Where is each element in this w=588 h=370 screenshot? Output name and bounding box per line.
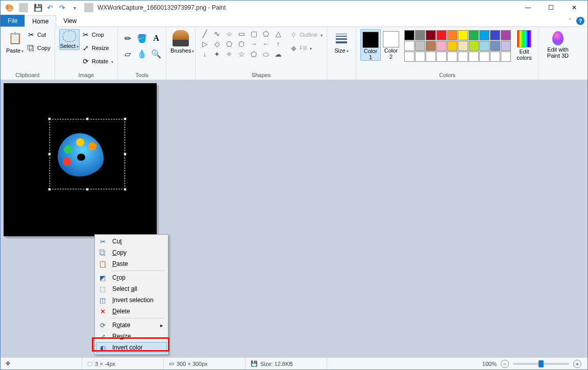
text-tool[interactable]: A bbox=[151, 31, 162, 45]
brushes-button[interactable]: Brushes bbox=[170, 29, 191, 54]
ctx-crop[interactable]: ◩Crop bbox=[96, 272, 167, 283]
eraser-tool[interactable]: ▱ bbox=[122, 46, 133, 61]
color-swatch[interactable] bbox=[447, 52, 457, 62]
color-swatch[interactable] bbox=[436, 41, 447, 51]
separator bbox=[111, 270, 165, 271]
cut-icon: ✂ bbox=[98, 238, 107, 245]
color-swatch[interactable] bbox=[469, 30, 479, 40]
help-icon[interactable]: ? bbox=[576, 17, 584, 25]
cursor-pos-icon: ✥ bbox=[6, 360, 10, 367]
color-swatch[interactable] bbox=[404, 30, 414, 40]
zoom-out-button[interactable]: − bbox=[501, 360, 509, 368]
group-label bbox=[340, 72, 342, 80]
rainbow-icon bbox=[517, 30, 531, 47]
color-swatch[interactable] bbox=[447, 41, 457, 51]
rotate-button[interactable]: ⟳Rotate bbox=[82, 56, 113, 67]
magnify-tool[interactable]: 🔍 bbox=[151, 46, 162, 61]
color-swatch[interactable] bbox=[447, 30, 457, 40]
color-swatch[interactable] bbox=[479, 30, 489, 40]
tab-view[interactable]: View bbox=[56, 15, 84, 27]
cut-button[interactable]: ✂Cut bbox=[27, 29, 51, 40]
color-swatch[interactable] bbox=[458, 52, 468, 62]
color-swatch[interactable] bbox=[479, 41, 489, 51]
qat-dropdown-icon[interactable]: ▾ bbox=[70, 3, 79, 12]
ctx-paste[interactable]: 📋Paste bbox=[96, 258, 167, 269]
color-swatch[interactable] bbox=[436, 30, 447, 40]
paste-button[interactable]: 📋 Paste bbox=[5, 29, 25, 54]
divider bbox=[19, 3, 28, 12]
selection-size-icon: ⬚ bbox=[87, 360, 92, 367]
canvas[interactable] bbox=[4, 83, 157, 236]
color-swatch[interactable] bbox=[426, 30, 436, 40]
color2-button[interactable]: Color 2 bbox=[381, 29, 401, 60]
resize-button[interactable]: ⤢Resize bbox=[82, 42, 113, 54]
pencil-tool[interactable]: ✏ bbox=[122, 31, 133, 45]
color1-swatch bbox=[362, 32, 379, 48]
crop-icon: ◩ bbox=[98, 274, 107, 282]
zoom-in-button[interactable]: + bbox=[573, 360, 581, 368]
color-swatch[interactable] bbox=[458, 41, 468, 51]
save-icon[interactable]: 💾 bbox=[33, 3, 42, 12]
select-all-icon: ⬚ bbox=[98, 285, 107, 293]
group-colors: Color 1 Color 2 Edit colors Colors bbox=[356, 27, 539, 80]
ctx-delete[interactable]: ✕Delete bbox=[96, 306, 167, 317]
edit-colors-button[interactable]: Edit colors bbox=[514, 29, 534, 61]
fill-icon: ◆ bbox=[289, 44, 298, 52]
color-swatch[interactable] bbox=[426, 52, 436, 62]
ctx-select-all[interactable]: ⬚Select all bbox=[96, 283, 167, 294]
ctx-invert-selection[interactable]: ◫Invert selection bbox=[96, 294, 167, 306]
ctx-rotate[interactable]: ⟳Rotate▸ bbox=[96, 319, 167, 331]
color-swatch[interactable] bbox=[490, 52, 500, 62]
tab-home[interactable]: Home bbox=[24, 15, 56, 27]
crop-button[interactable]: ✂Crop bbox=[82, 29, 113, 40]
collapse-ribbon-icon[interactable]: ⌃ bbox=[568, 17, 572, 24]
rotate-icon: ⟳ bbox=[98, 322, 107, 329]
paint-app-icon: 🎨 bbox=[5, 3, 14, 12]
highlight-annotation bbox=[92, 337, 169, 352]
tab-file[interactable]: File bbox=[1, 15, 24, 27]
size-button[interactable]: Size bbox=[331, 29, 352, 54]
size-icon bbox=[333, 30, 350, 46]
outline-button[interactable]: ◊Outline bbox=[289, 29, 323, 40]
fill-tool[interactable]: 🪣 bbox=[136, 31, 148, 45]
color-swatch[interactable] bbox=[490, 30, 500, 40]
color-swatch[interactable] bbox=[469, 41, 479, 51]
title-bar: 🎨 💾 ↶ ↷ ▾ WXWorkCapture_16600132973997.p… bbox=[1, 1, 587, 15]
selection-rect[interactable] bbox=[50, 119, 125, 189]
redo-icon[interactable]: ↷ bbox=[58, 3, 67, 12]
undo-icon[interactable]: ↶ bbox=[45, 3, 55, 12]
window-title: WXWorkCapture_16600132973997.png - Paint bbox=[95, 4, 517, 11]
canvas-area[interactable]: ✂Cut ⿻Copy 📋Paste ◩Crop ⬚Select all ◫Inv… bbox=[1, 80, 587, 357]
color-swatch[interactable] bbox=[404, 41, 414, 51]
color-swatch[interactable] bbox=[436, 52, 447, 62]
color-palette[interactable] bbox=[404, 30, 511, 62]
color-swatch[interactable] bbox=[501, 52, 511, 62]
ctx-copy[interactable]: ⿻Copy bbox=[96, 247, 167, 258]
fill-button[interactable]: ◆Fill bbox=[289, 42, 323, 54]
maximize-button[interactable]: ☐ bbox=[540, 1, 562, 15]
color-swatch[interactable] bbox=[426, 41, 436, 51]
minimize-button[interactable]: — bbox=[517, 1, 540, 15]
color-swatch[interactable] bbox=[479, 52, 489, 62]
group-tools: ✏ 🪣 A ▱ 💧 🔍 Tools bbox=[118, 27, 166, 80]
copy-button[interactable]: ⿻Copy bbox=[27, 42, 51, 54]
picker-tool[interactable]: 💧 bbox=[136, 46, 148, 61]
color1-button[interactable]: Color 1 bbox=[360, 29, 381, 61]
color-swatch[interactable] bbox=[415, 41, 425, 51]
color-swatch[interactable] bbox=[415, 52, 425, 62]
shapes-gallery[interactable]: ╱∿○▭▢⬠△ ▷◇⬠⬡→←↑ ↓✦✧☆⬠⬭☁ bbox=[200, 29, 283, 59]
ctx-cut[interactable]: ✂Cut bbox=[96, 236, 167, 247]
color-swatch[interactable] bbox=[404, 52, 414, 62]
zoom-thumb[interactable] bbox=[538, 360, 544, 367]
close-button[interactable]: ✕ bbox=[562, 1, 585, 15]
group-label bbox=[180, 72, 182, 80]
color-swatch[interactable] bbox=[490, 41, 500, 51]
color-swatch[interactable] bbox=[501, 41, 511, 51]
zoom-slider[interactable] bbox=[513, 363, 569, 365]
color-swatch[interactable] bbox=[469, 52, 479, 62]
select-button[interactable]: Select bbox=[59, 29, 80, 50]
color-swatch[interactable] bbox=[501, 30, 511, 40]
color-swatch[interactable] bbox=[458, 30, 468, 40]
paint3d-button[interactable]: Edit with Paint 3D bbox=[543, 29, 573, 59]
color-swatch[interactable] bbox=[415, 30, 425, 40]
